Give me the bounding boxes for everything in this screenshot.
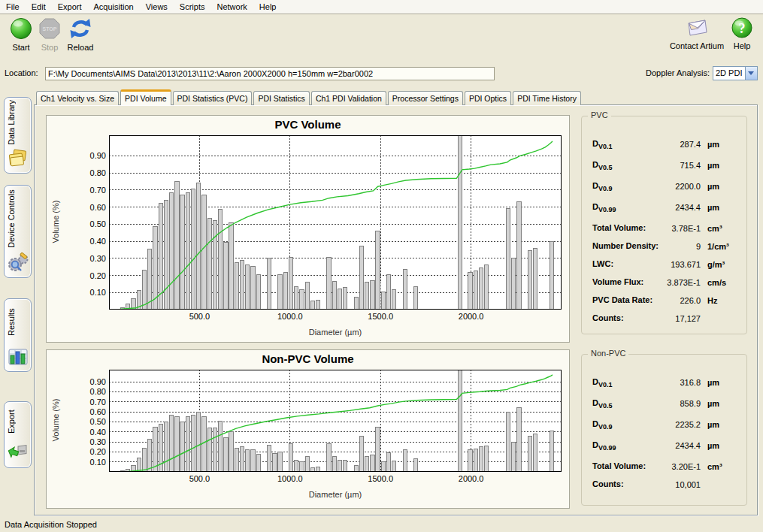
stat-row: DV0.5715.4µm [582,160,746,175]
stat-row: PVC Data Rate:226.0Hz [582,295,746,310]
tab-pdi-volume[interactable]: PDI Volume [120,89,171,105]
plot-area [109,370,562,472]
menu-export[interactable]: Export [52,0,88,14]
contact-artium-button[interactable]: Contact Artium [665,17,729,50]
y-axis-label: Volume (%) [51,390,60,450]
chart-icon [8,346,29,369]
tab-pdi-statistics-pvc-[interactable]: PDI Statistics (PVC) [173,91,253,105]
envelope-icon [684,17,710,38]
tab-processor-settings[interactable]: Processor Settings [388,91,463,105]
x-axis-label: Diameter (µm) [109,490,562,499]
stat-row: DV0.992434.4µm [582,440,746,455]
stat-row: Number Density:91/cm³ [582,241,746,256]
menu-help[interactable]: Help [253,0,283,14]
menu-acquisition[interactable]: Acquisition [88,0,140,14]
svg-text:?: ? [739,21,746,36]
status-bar: Data Acquisition Stopped [0,518,763,532]
stat-row: DV0.92235.2µm [582,419,746,434]
start-button[interactable]: Start [6,17,36,52]
plot-area [109,135,562,310]
sidebar-item-results[interactable]: Results [4,298,32,372]
pvc-stats-group: PVC DV0.1287.4µmDV0.5715.4µmDV0.92200.0µ… [581,116,747,334]
pvc-volume-chart: PVC Volume0.100.200.300.400.500.600.700.… [46,115,570,343]
location-label: Location: [5,68,38,77]
stat-row: Volume Flux:3.873E-1cm/s [582,277,746,292]
help-button[interactable]: ? Help [729,17,755,50]
help-icon: ? [731,17,752,38]
stat-row: Total Volume:3.20E-1cm³ [582,461,746,476]
stat-row: DV0.1316.8µm [582,377,746,392]
tab-pdi-statistics[interactable]: PDI Statistics [253,91,309,105]
stat-row: LWC:193.671g/m³ [582,259,746,274]
stop-icon: STOP [38,17,61,40]
x-axis-label: Diameter (µm) [109,328,562,337]
stat-row: Counts:17,127 [582,313,746,328]
sidebar-item-device-controls[interactable]: Device Controls [4,185,32,278]
tab-pdi-optics[interactable]: PDI Optics [465,91,511,105]
stat-row: DV0.92200.0µm [582,181,746,196]
gears-icon [8,252,29,275]
menu-views[interactable]: Views [140,0,174,14]
toolbar: Start STOP Stop Reload Contact Artium ? [0,15,763,63]
content-panel: PVC Volume0.100.200.300.400.500.600.700.… [34,104,758,515]
reload-icon [68,17,92,40]
stat-row: DV0.1287.4µm [582,139,746,154]
stat-row: Total Volume:3.78E-1cm³ [582,223,746,238]
start-icon [10,17,32,40]
tab-ch1-velocity-vs-size[interactable]: Ch1 Velocity vs. Size [36,91,119,105]
stat-row: DV0.5858.9µm [582,398,746,413]
menu-scripts[interactable]: Scripts [174,0,211,14]
y-axis-label: Volume (%) [51,192,60,252]
tab-strip: Ch1 Velocity vs. SizePDI VolumePDI Stati… [36,89,583,105]
reload-button[interactable]: Reload [64,17,97,52]
export-icon [8,443,29,465]
chart-title: PVC Volume [47,118,569,131]
menu-file[interactable]: File [0,0,26,14]
sidebar-item-data-library[interactable]: Data Library [4,97,32,174]
chart-title: Non-PVC Volume [47,352,569,365]
menu-bar: FileEditExportAcquisitionViewsScriptsNet… [0,0,763,14]
menu-edit[interactable]: Edit [26,0,52,14]
folders-icon [8,148,29,171]
doppler-analysis-label: Doppler Analysis: [646,68,710,77]
sidebar-item-export[interactable]: Export [4,401,32,468]
chevron-down-icon[interactable] [745,67,757,80]
location-row: Location: F:\My Documents\AIMS Data\2013… [0,63,763,84]
menu-network[interactable]: Network [210,0,253,14]
svg-text:STOP: STOP [43,26,57,32]
tab-ch1-pdi-validation[interactable]: Ch1 PDI Validation [311,91,386,105]
stat-row: Counts:10,001 [582,479,746,494]
location-input[interactable]: F:\My Documents\AIMS Data\2013\2013\11\2… [45,67,495,80]
nonpvc-stats-group: Non-PVC DV0.1316.8µmDV0.5858.9µmDV0.9223… [581,354,747,506]
nonpvc-volume-chart: Non-PVC Volume0.100.200.300.400.500.600.… [46,349,570,509]
stop-button: STOP Stop [37,17,62,52]
stat-row: DV0.992434.4µm [582,202,746,217]
tab-pdi-time-history[interactable]: PDI Time History [513,91,581,105]
doppler-analysis-select[interactable]: 2D PDI [713,66,758,80]
